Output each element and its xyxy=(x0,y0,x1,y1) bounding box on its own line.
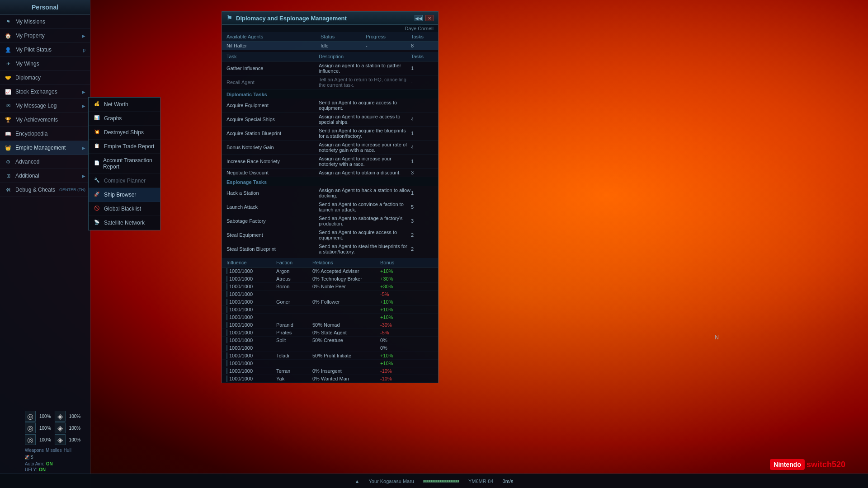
submenu-item-destroyed-ships[interactable]: 💥 Destroyed Ships xyxy=(89,126,160,140)
submenu-item-graphs[interactable]: 📊 Graphs xyxy=(89,112,160,126)
relations-text: 0% Technology Broker xyxy=(312,276,380,282)
bonus-value: +30% xyxy=(380,276,416,282)
transaction-report-icon: 📄 xyxy=(94,160,99,167)
influence-row-empty3[interactable]: 1000/1000 +10% xyxy=(222,314,438,321)
trade-report-icon: 📋 xyxy=(94,143,100,150)
sidebar-item-my-message-log[interactable]: ✉ My Message Log ▶ xyxy=(0,99,90,113)
influence-row-argon[interactable]: 1000/1000 Argon 0% Accepted Adviser +10% xyxy=(222,267,438,275)
task-row-steal-equipment[interactable]: Steal Equipment Send an Agent to acquire… xyxy=(222,228,438,242)
influence-row-atreus[interactable]: 1000/1000 Atreus 0% Technology Broker +3… xyxy=(222,275,438,283)
sidebar-item-additional[interactable]: ⊞ Additional ▶ xyxy=(0,169,90,183)
influence-row-empty5[interactable]: 1000/1000 +10% xyxy=(222,360,438,367)
task-row-sabotage-factory[interactable]: Sabotage Factory Send an Agent to sabota… xyxy=(222,214,438,228)
task-row-negotiate-discount[interactable]: Negotiate Discount Assign an Agent to ob… xyxy=(222,169,438,177)
task-row-recall-agent[interactable]: Recall Agent Tell an Agent to return to … xyxy=(222,75,438,89)
submenu-item-satellite-network[interactable]: 📡 Satellite Network xyxy=(89,216,160,230)
missions-icon: ⚑ xyxy=(5,18,12,25)
task-row-acquire-station-blueprint[interactable]: Acquire Station Blueprint Send an Agent … xyxy=(222,127,438,141)
influence-row-paranid[interactable]: 1000/1000 Paranid 50% Nomad -30% xyxy=(222,321,438,329)
bonus-value: +10% xyxy=(380,314,416,320)
influence-row-yaki[interactable]: 1000/1000 Yaki 0% Wanted Man -10% xyxy=(222,375,438,383)
dialog-close-button[interactable]: ✕ xyxy=(425,15,434,21)
dialog-minimize-button[interactable]: ◀◀ xyxy=(415,15,423,21)
weapons-label: Weapons xyxy=(25,448,44,453)
submenu-item-empire-trade-report[interactable]: 📋 Empire Trade Report xyxy=(89,140,160,154)
influence-value: 1000/1000 xyxy=(226,330,276,335)
influence-row-boron[interactable]: 1000/1000 Boron 0% Noble Peer +30% xyxy=(222,283,438,291)
bonus-value: +30% xyxy=(380,284,416,289)
sidebar-item-my-achievements[interactable]: 🏆 My Achievements xyxy=(0,113,90,127)
bonus-value: -30% xyxy=(380,322,416,328)
stock-icon: 📈 xyxy=(5,88,12,95)
sidebar-item-label: My Achievements xyxy=(15,117,58,123)
influence-value: 1000/1000 xyxy=(226,284,276,289)
encyclopedia-icon: 📖 xyxy=(5,130,12,137)
sidebar-item-my-property[interactable]: 🏠 My Property ▶ xyxy=(0,29,90,43)
submenu-item-account-transaction-report[interactable]: 📄 Account Transaction Report xyxy=(89,154,160,174)
bonus-value: 0% xyxy=(380,345,416,351)
influence-row-split[interactable]: 1000/1000 Split 50% Creature 0% xyxy=(222,337,438,344)
achievements-icon: 🏆 xyxy=(5,116,12,123)
submenu-item-ship-browser[interactable]: 🚀 Ship Browser xyxy=(89,188,160,202)
sidebar-item-diplomacy[interactable]: 🤝 Diplomacy xyxy=(0,71,90,85)
arrow-icon: OENTER (TN) xyxy=(59,188,85,192)
submenu-item-label: Net Worth xyxy=(104,101,128,108)
submenu-item-net-worth[interactable]: 💰 Net Worth xyxy=(89,98,160,112)
task-row-steal-station-blueprint[interactable]: Steal Station Blueprint Send an Agent to… xyxy=(222,242,438,256)
blacklist-icon: 🚫 xyxy=(94,206,100,212)
task-row-acquire-equipment[interactable]: Acquire Equipment Send an Agent to acqui… xyxy=(222,99,438,113)
destroyed-ships-icon: 💥 xyxy=(94,129,100,136)
influence-row-terran[interactable]: 1000/1000 Terran 0% Insurgent -10% xyxy=(222,367,438,375)
agent-row[interactable]: Nil Halter Idle - 8 xyxy=(222,42,438,50)
task-row-increase-race-notoriety[interactable]: Increase Race Notoriety Assign an Agent … xyxy=(222,155,438,169)
influence-value: 1000/1000 xyxy=(226,322,276,328)
arrow-icon: ▶ xyxy=(82,103,85,108)
hud-bars-row: 🚀 S xyxy=(25,455,80,460)
task-desc: Send an Agent to convince a faction to l… xyxy=(319,202,411,212)
faction-name: Teladi xyxy=(276,353,312,358)
task-row-gather-influence[interactable]: Gather Influence Assign an agent to a st… xyxy=(222,61,438,75)
task-count: 1 xyxy=(411,159,434,164)
sidebar-item-encyclopedia[interactable]: 📖 Encyclopedia xyxy=(0,127,90,141)
submenu-item-global-blacklist[interactable]: 🚫 Global Blacklist xyxy=(89,202,160,216)
sidebar-item-debug-cheats[interactable]: 🛠 Debug & Cheats OENTER (TN) xyxy=(0,183,90,197)
task-row-acquire-special-ships[interactable]: Acquire Special Ships Assign an Agent to… xyxy=(222,113,438,127)
influence-row-teladi[interactable]: 1000/1000 Teladi 50% Profit Initiate +10… xyxy=(222,352,438,360)
task-name: Bonus Notoriety Gain xyxy=(226,145,319,150)
tasks-col-description: Description xyxy=(319,54,411,59)
agent-name: Nil Halter xyxy=(226,43,321,48)
pilot-icon: 👤 xyxy=(5,46,12,53)
weapon-slot-2-percent: 100% xyxy=(69,414,81,419)
influence-row-pirates[interactable]: 1000/1000 Pirates 0% State Agent -5% xyxy=(222,329,438,337)
dialog-subtitle: Daye Cornell xyxy=(222,25,438,32)
task-count: 2 xyxy=(411,246,434,252)
task-desc: Send an Agent to sabotage a factory's pr… xyxy=(319,216,411,226)
tasks-col-task: Task xyxy=(226,54,319,59)
influence-row-goner[interactable]: 1000/1000 Goner 0% Follower +10% xyxy=(222,298,438,306)
diplomacy-icon: 🤝 xyxy=(5,74,12,81)
influence-row-empty4[interactable]: 1000/1000 0% xyxy=(222,344,438,352)
task-row-launch-attack[interactable]: Launch Attack Send an Agent to convince … xyxy=(222,200,438,214)
task-desc: Send an Agent to acquire access to equip… xyxy=(319,100,411,111)
influence-row-empty2[interactable]: 1000/1000 +10% xyxy=(222,306,438,314)
task-name: Steal Equipment xyxy=(226,232,319,238)
sidebar-item-label: My Missions xyxy=(15,19,45,25)
sidebar-item-my-wings[interactable]: ✈ My Wings xyxy=(0,57,90,71)
influence-row-empty1[interactable]: 1000/1000 -5% xyxy=(222,291,438,298)
faction-name: Goner xyxy=(276,299,312,305)
faction-name: Yaki xyxy=(276,376,312,381)
sidebar-item-empire-management[interactable]: 👑 Empire Management ▶ xyxy=(0,141,90,155)
sidebar-item-my-missions[interactable]: ⚑ My Missions xyxy=(0,15,90,29)
influence-col-influence: Influence xyxy=(226,260,276,265)
task-row-hack-station[interactable]: Hack a Station Assign an Agent to hack a… xyxy=(222,186,438,200)
faction-name: Argon xyxy=(276,268,312,274)
sidebar-item-my-pilot-status[interactable]: 👤 My Pilot Status p xyxy=(0,43,90,57)
task-desc: Send an Agent to acquire the blueprints … xyxy=(319,128,411,139)
task-row-bonus-notoriety[interactable]: Bonus Notoriety Gain Assign an Agent to … xyxy=(222,141,438,155)
sidebar-item-advanced[interactable]: ⚙ Advanced xyxy=(0,155,90,169)
faction-name: Paranid xyxy=(276,322,312,328)
task-desc: Assign an Agent to increase your rate of… xyxy=(319,142,411,153)
task-desc: Tell an Agent to return to HQ, cancellin… xyxy=(319,77,411,88)
submenu-item-complex-planner[interactable]: 🔧 Complex Planner xyxy=(89,174,160,188)
sidebar-item-stock-exchanges[interactable]: 📈 Stock Exchanges ▶ xyxy=(0,85,90,99)
